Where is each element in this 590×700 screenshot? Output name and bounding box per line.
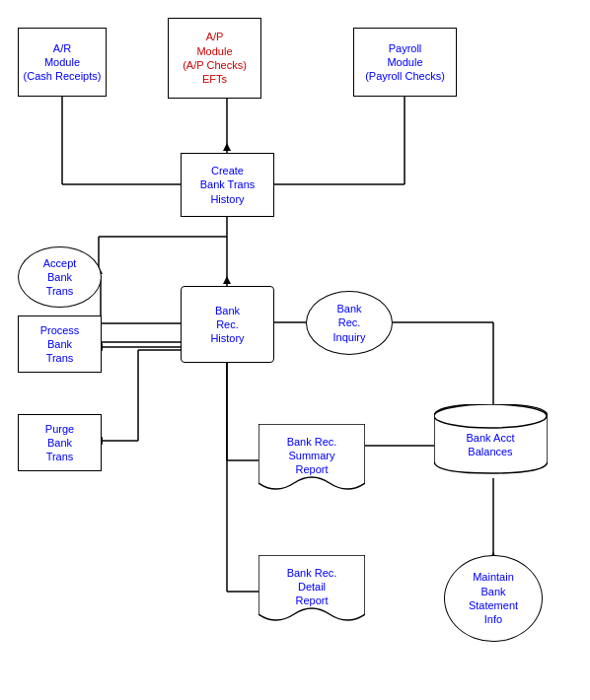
- create-bank-trans-node: Create Bank Trans History: [181, 153, 274, 217]
- payroll-module-label: Payroll Module (Payroll Checks): [365, 41, 445, 84]
- process-bank-trans-node: Process Bank Trans: [18, 315, 102, 373]
- bank-rec-history-node: Bank Rec. History: [181, 286, 274, 363]
- svg-text:Summary: Summary: [288, 450, 335, 461]
- svg-text:Balances: Balances: [468, 446, 513, 457]
- accept-bank-trans-label: Accept Bank Trans: [43, 256, 77, 299]
- process-bank-trans-label: Process Bank Trans: [40, 323, 80, 366]
- ap-module-label: A/P Module (A/P Checks) EFTs: [183, 30, 247, 86]
- ap-module-node: A/P Module (A/P Checks) EFTs: [168, 18, 261, 99]
- svg-marker-9: [223, 276, 231, 284]
- ar-module-node: A/R Module (Cash Receipts): [18, 28, 107, 97]
- purge-bank-trans-label: Purge Bank Trans: [45, 422, 74, 464]
- svg-text:Detail: Detail: [298, 581, 326, 593]
- bank-rec-history-label: Bank Rec. History: [210, 304, 244, 346]
- payroll-module-node: Payroll Module (Payroll Checks): [353, 28, 457, 97]
- purge-bank-trans-node: Purge Bank Trans: [18, 414, 102, 471]
- svg-point-43: [434, 404, 547, 428]
- bank-rec-inquiry-label: Bank Rec. Inquiry: [332, 302, 365, 344]
- create-bank-trans-label: Create Bank Trans History: [200, 164, 256, 206]
- svg-marker-4: [223, 143, 231, 151]
- svg-text:Report: Report: [295, 463, 328, 475]
- svg-text:Bank Acct: Bank Acct: [467, 432, 515, 444]
- svg-text:Report: Report: [295, 595, 328, 606]
- flowchart-diagram: A/R Module (Cash Receipts) A/P Module (A…: [0, 0, 590, 700]
- svg-text:Bank Rec.: Bank Rec.: [287, 567, 337, 579]
- bank-rec-inquiry-node: Bank Rec. Inquiry: [306, 291, 393, 355]
- svg-text:Bank Rec.: Bank Rec.: [287, 436, 337, 448]
- maintain-bank-statement-node: Maintain Bank Statement Info: [444, 555, 543, 642]
- ar-module-label: A/R Module (Cash Receipts): [24, 41, 102, 84]
- accept-bank-trans-node: Accept Bank Trans: [18, 246, 102, 308]
- maintain-bank-statement-label: Maintain Bank Statement Info: [469, 570, 518, 626]
